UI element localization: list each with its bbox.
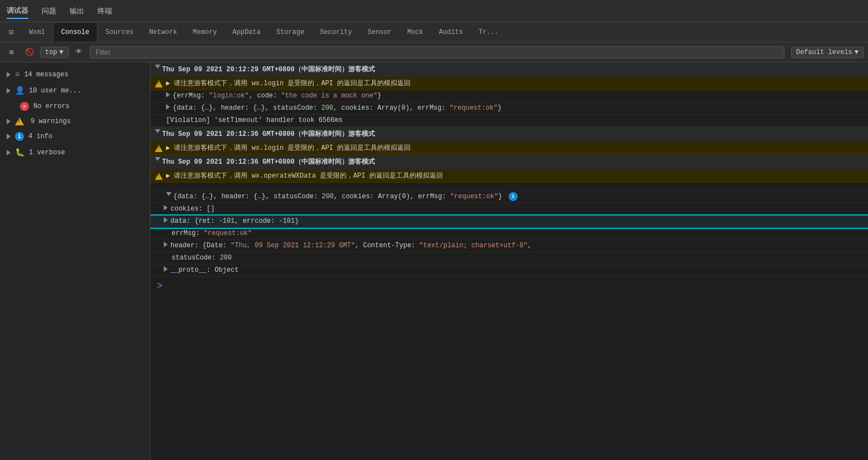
info-label: 4 info (28, 133, 52, 140)
expand-triangle-3[interactable] (155, 157, 160, 161)
console-row-warning-2: ▶ 请注意游客模式下，调用 wx.login 是受限的，API 的返回是工具的模… (150, 141, 868, 155)
left-item-verbose[interactable]: 🐛 1 verbose (0, 144, 150, 160)
context-selector[interactable]: top ▼ (40, 47, 69, 58)
error-icon: ✕ (20, 102, 29, 111)
proto-text: __proto__: Object (170, 266, 238, 274)
console-row-statuscode: statusCode: 200 (150, 252, 868, 265)
main-area: ≡ 14 messages 👤 10 user me... ✕ No error… (0, 62, 868, 460)
console-row-timestamp-2: Thu Sep 09 2021 20:12:36 GMT+0800（中国标准时间… (150, 127, 868, 141)
user-icon: 👤 (15, 86, 25, 95)
verbose-label: 1 verbose (29, 149, 65, 156)
expand-tri-data[interactable] (164, 217, 168, 223)
timestamp-text-2: Thu Sep 09 2021 20:12:36 GMT+0800（中国标准时间… (162, 129, 375, 139)
spacer (7, 102, 14, 110)
data-text: data: {ret: -101, errcode: -101} (170, 217, 299, 225)
spacer-row (150, 183, 868, 190)
filter-input-wrap (90, 46, 784, 58)
list-icon: ≡ (15, 70, 19, 79)
expand-icon (7, 72, 11, 77)
left-item-user-messages[interactable]: 👤 10 user me... (0, 82, 150, 99)
warning-text-3: ▶ 请注意游客模式下，调用 wx.operateWXData 是受限的，API … (166, 171, 443, 180)
console-row-cookies: cookies: [] (150, 203, 868, 216)
expand-tri-proto[interactable] (164, 266, 168, 272)
warning-icon-2 (155, 144, 163, 152)
left-item-errors[interactable]: ✕ No errors (0, 99, 150, 114)
console-row-timestamp-3: Thu Sep 09 2021 20:12:36 GMT+0800（中国标准时间… (150, 155, 868, 169)
console-row-errmsg: {errMsg: "login:ok", code: "the code is … (150, 90, 868, 102)
tab-console[interactable]: Console (53, 22, 97, 42)
top-toolbar-debugger[interactable]: 调试器 (7, 3, 28, 19)
tab-bar: ⊡ Wxml Console Sources Network Memory Ap… (0, 22, 868, 42)
console-prompt[interactable]: > (150, 277, 868, 296)
console-row-request-2-open: {data: {…}, header: {…}, statusCode: 200… (150, 190, 868, 203)
console-row-data-highlighted[interactable]: data: {ret: -101, errcode: -101} (150, 216, 868, 228)
default-levels-dropdown-icon: ▼ (855, 48, 859, 56)
clear-console-button[interactable]: 🚫 (22, 45, 37, 60)
expand-tri-errmsg[interactable] (166, 92, 170, 97)
expand-tri-request-2[interactable] (166, 192, 172, 196)
console-panel[interactable]: Thu Sep 09 2021 20:12:29 GMT+0800（中国标准时间… (150, 62, 868, 460)
warning-text-1: ▶ 请注意游客模式下，调用 wx.login 是受限的，API 的返回是工具的模… (166, 79, 411, 88)
left-item-warnings[interactable]: 9 warnings (0, 114, 150, 129)
bug-icon: 🐛 (15, 148, 25, 157)
errmsg-text: {errMsg: "login:ok", code: "the code is … (173, 92, 381, 100)
console-row-timestamp-1: Thu Sep 09 2021 20:12:29 GMT+0800（中国标准时间… (150, 62, 868, 77)
warnings-label: 9 warnings (31, 118, 71, 125)
console-row-request-1: {data: {…}, header: {…}, statusCode: 200… (150, 102, 868, 115)
warning-icon (15, 118, 24, 125)
default-levels-selector[interactable]: Default levels ▼ (791, 47, 864, 58)
tab-storage[interactable]: Storage (269, 22, 312, 42)
expand-icon (7, 134, 11, 139)
tab-network[interactable]: Network (142, 22, 185, 42)
tab-wxml[interactable]: Wxml (21, 22, 53, 42)
expand-triangle-2[interactable] (155, 129, 160, 133)
eye-icon[interactable]: 👁 (72, 45, 86, 60)
left-item-all-messages[interactable]: ≡ 14 messages (0, 67, 150, 82)
collapse-sidebar-button[interactable]: ⊞ (4, 45, 19, 60)
console-row-proto: __proto__: Object (150, 265, 868, 277)
tab-mock[interactable]: Mock (399, 22, 431, 42)
errmsg-2-text: errMsg: "request:ok" (172, 229, 252, 237)
default-levels-label: Default levels (796, 48, 852, 56)
left-panel: ≡ 14 messages 👤 10 user me... ✕ No error… (0, 62, 150, 460)
timestamp-text-3: Thu Sep 09 2021 20:12:36 GMT+0800（中国标准时间… (162, 157, 375, 167)
console-row-warning-3: ▶ 请注意游客模式下，调用 wx.operateWXData 是受限的，API … (150, 169, 868, 183)
warning-icon-1 (155, 80, 163, 87)
user-messages-label: 10 user me... (29, 87, 81, 95)
expand-tri-request-1[interactable] (166, 104, 170, 110)
inspect-icon[interactable]: ⊡ (3, 25, 19, 40)
top-toolbar-output[interactable]: 输出 (70, 4, 84, 18)
expand-triangle-1[interactable] (155, 65, 160, 68)
tab-sensor[interactable]: Sensor (360, 22, 399, 42)
expand-icon (7, 119, 11, 124)
expand-tri-header[interactable] (164, 242, 168, 247)
statuscode-text: statusCode: 200 (172, 254, 232, 262)
expand-icon (7, 88, 11, 94)
tab-audits[interactable]: Audits (431, 22, 471, 42)
warning-icon-3 (155, 172, 163, 180)
tab-security[interactable]: Security (312, 22, 360, 42)
tab-appdata[interactable]: AppData (225, 22, 268, 42)
warning-text-2: ▶ 请注意游客模式下，调用 wx.login 是受限的，API 的返回是工具的模… (166, 143, 411, 153)
expand-tri-cookies[interactable] (164, 205, 168, 211)
tab-tr[interactable]: Tr... (471, 22, 506, 42)
expand-icon (7, 150, 11, 155)
filter-input[interactable] (90, 46, 784, 58)
console-row-errmsg-2: errMsg: "request:ok" (150, 228, 868, 240)
context-dropdown-icon: ▼ (60, 48, 64, 56)
errors-label: No errors (33, 102, 70, 110)
context-value: top (45, 48, 57, 56)
prompt-chevron: > (157, 281, 163, 291)
top-toolbar-issues[interactable]: 问题 (42, 4, 56, 18)
top-toolbar: 调试器 问题 输出 终端 (0, 0, 868, 22)
all-messages-label: 14 messages (24, 71, 68, 79)
header-text: header: {Date: "Thu, 09 Sep 2021 12:12:2… (170, 242, 531, 249)
tab-memory[interactable]: Memory (185, 22, 225, 42)
left-item-info[interactable]: i 4 info (0, 129, 150, 144)
top-toolbar-terminal[interactable]: 终端 (97, 4, 112, 18)
tab-sources[interactable]: Sources (97, 22, 141, 42)
info-icon: i (15, 132, 24, 141)
filter-bar: ⊞ 🚫 top ▼ 👁 Default levels ▼ (0, 42, 868, 62)
request-text-2: {data: {…}, header: {…}, statusCode: 200… (173, 192, 518, 201)
cookies-text: cookies: [] (170, 205, 214, 213)
